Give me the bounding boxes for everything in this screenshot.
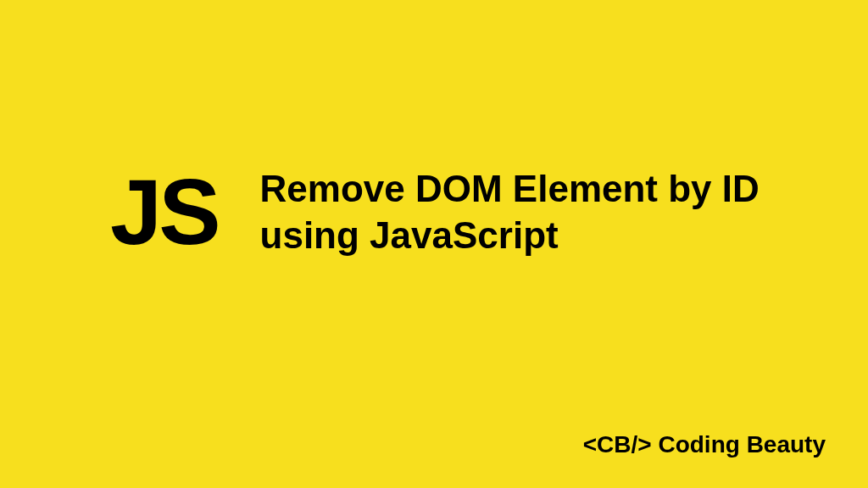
content-wrapper: JS Remove DOM Element by ID using JavaSc… xyxy=(110,165,769,258)
article-title: Remove DOM Element by ID using JavaScrip… xyxy=(260,165,769,258)
brand-signature: <CB/> Coding Beauty xyxy=(583,431,826,458)
js-logo: JS xyxy=(110,165,218,258)
